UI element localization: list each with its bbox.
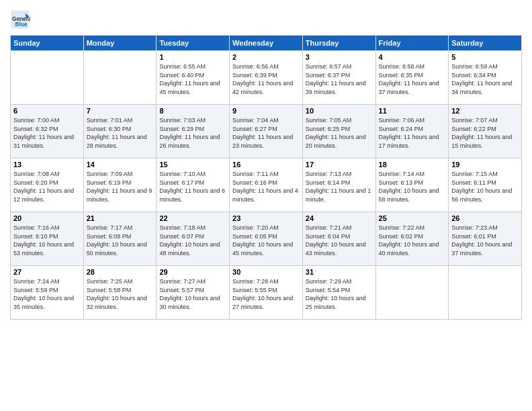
- week-row-5: 27Sunrise: 7:24 AM Sunset: 5:59 PM Dayli…: [11, 266, 522, 320]
- day-info: Sunrise: 7:05 AM Sunset: 6:25 PM Dayligh…: [306, 116, 373, 150]
- calendar-cell: 18Sunrise: 7:14 AM Sunset: 6:13 PM Dayli…: [375, 158, 449, 212]
- day-info: Sunrise: 7:17 AM Sunset: 6:08 PM Dayligh…: [87, 224, 154, 257]
- day-number: 13: [13, 161, 81, 169]
- calendar-cell: [11, 51, 84, 105]
- day-number: 3: [306, 53, 373, 61]
- calendar-cell: 23Sunrise: 7:20 AM Sunset: 6:05 PM Dayli…: [230, 212, 303, 266]
- day-number: 10: [306, 107, 373, 115]
- week-row-1: 1Sunrise: 6:55 AM Sunset: 6:40 PM Daylig…: [11, 51, 522, 105]
- calendar-cell: 5Sunrise: 6:59 AM Sunset: 6:34 PM Daylig…: [449, 51, 522, 105]
- calendar-cell: 10Sunrise: 7:05 AM Sunset: 6:25 PM Dayli…: [302, 105, 375, 158]
- calendar-cell: 13Sunrise: 7:08 AM Sunset: 6:20 PM Dayli…: [11, 158, 84, 212]
- day-number: 29: [159, 268, 226, 276]
- day-info: Sunrise: 7:23 AM Sunset: 6:01 PM Dayligh…: [451, 224, 519, 257]
- week-row-2: 6Sunrise: 7:00 AM Sunset: 6:32 PM Daylig…: [11, 105, 522, 158]
- day-number: 4: [379, 53, 446, 61]
- day-info: Sunrise: 6:59 AM Sunset: 6:34 PM Dayligh…: [451, 62, 519, 96]
- day-info: Sunrise: 6:55 AM Sunset: 6:40 PM Dayligh…: [159, 62, 226, 96]
- calendar-cell: 4Sunrise: 6:58 AM Sunset: 6:35 PM Daylig…: [375, 51, 449, 105]
- day-number: 5: [451, 53, 519, 61]
- calendar-cell: 15Sunrise: 7:10 AM Sunset: 6:17 PM Dayli…: [157, 158, 230, 212]
- day-number: 11: [379, 107, 446, 115]
- calendar-cell: 27Sunrise: 7:24 AM Sunset: 5:59 PM Dayli…: [11, 266, 84, 320]
- day-number: 23: [232, 214, 300, 222]
- calendar-cell: 30Sunrise: 7:28 AM Sunset: 5:55 PM Dayli…: [230, 266, 303, 320]
- calendar-cell: 7Sunrise: 7:01 AM Sunset: 6:30 PM Daylig…: [83, 105, 157, 158]
- day-info: Sunrise: 7:08 AM Sunset: 6:20 PM Dayligh…: [13, 170, 81, 203]
- day-info: Sunrise: 7:21 AM Sunset: 6:04 PM Dayligh…: [306, 224, 373, 257]
- day-info: Sunrise: 7:11 AM Sunset: 6:16 PM Dayligh…: [232, 170, 300, 203]
- day-info: Sunrise: 7:16 AM Sunset: 6:10 PM Dayligh…: [13, 224, 81, 257]
- day-number: 30: [232, 268, 300, 276]
- calendar-cell: [83, 51, 157, 105]
- day-number: 15: [159, 161, 226, 169]
- calendar-cell: 2Sunrise: 6:56 AM Sunset: 6:39 PM Daylig…: [230, 51, 303, 105]
- day-info: Sunrise: 7:10 AM Sunset: 6:17 PM Dayligh…: [159, 170, 226, 203]
- day-info: Sunrise: 6:58 AM Sunset: 6:35 PM Dayligh…: [379, 62, 446, 96]
- logo: General Blue: [10, 9, 32, 30]
- day-number: 16: [232, 161, 300, 169]
- day-number: 27: [13, 268, 81, 276]
- weekday-header-monday: Monday: [83, 36, 157, 51]
- day-number: 24: [306, 214, 373, 222]
- day-info: Sunrise: 7:24 AM Sunset: 5:59 PM Dayligh…: [13, 277, 81, 311]
- calendar-cell: 14Sunrise: 7:09 AM Sunset: 6:19 PM Dayli…: [83, 158, 157, 212]
- day-info: Sunrise: 7:04 AM Sunset: 6:27 PM Dayligh…: [232, 116, 300, 150]
- day-info: Sunrise: 7:15 AM Sunset: 6:11 PM Dayligh…: [451, 170, 519, 203]
- day-info: Sunrise: 7:25 AM Sunset: 5:58 PM Dayligh…: [87, 277, 154, 311]
- day-number: 26: [451, 214, 519, 222]
- calendar-cell: 1Sunrise: 6:55 AM Sunset: 6:40 PM Daylig…: [157, 51, 230, 105]
- svg-text:Blue: Blue: [15, 21, 28, 28]
- day-info: Sunrise: 7:13 AM Sunset: 6:14 PM Dayligh…: [306, 170, 373, 203]
- calendar-cell: 25Sunrise: 7:22 AM Sunset: 6:02 PM Dayli…: [375, 212, 449, 266]
- day-info: Sunrise: 7:03 AM Sunset: 6:29 PM Dayligh…: [159, 116, 226, 150]
- day-number: 8: [159, 107, 226, 115]
- calendar-cell: 19Sunrise: 7:15 AM Sunset: 6:11 PM Dayli…: [449, 158, 522, 212]
- day-number: 25: [379, 214, 446, 222]
- weekday-header-thursday: Thursday: [302, 36, 375, 51]
- day-number: 1: [159, 53, 226, 61]
- day-number: 22: [159, 214, 226, 222]
- day-number: 19: [451, 161, 519, 169]
- calendar-cell: 29Sunrise: 7:27 AM Sunset: 5:57 PM Dayli…: [157, 266, 230, 320]
- day-info: Sunrise: 7:27 AM Sunset: 5:57 PM Dayligh…: [159, 277, 226, 311]
- calendar-cell: 16Sunrise: 7:11 AM Sunset: 6:16 PM Dayli…: [230, 158, 303, 212]
- day-number: 7: [87, 107, 154, 115]
- weekday-header-saturday: Saturday: [449, 36, 522, 51]
- header: General Blue: [10, 7, 522, 30]
- day-number: 17: [306, 161, 373, 169]
- calendar-cell: [449, 266, 522, 320]
- day-number: 12: [451, 107, 519, 115]
- day-info: Sunrise: 7:14 AM Sunset: 6:13 PM Dayligh…: [379, 170, 446, 203]
- day-info: Sunrise: 7:09 AM Sunset: 6:19 PM Dayligh…: [87, 170, 154, 203]
- day-info: Sunrise: 7:22 AM Sunset: 6:02 PM Dayligh…: [379, 224, 446, 257]
- calendar-cell: 6Sunrise: 7:00 AM Sunset: 6:32 PM Daylig…: [11, 105, 84, 158]
- weekday-header-sunday: Sunday: [11, 36, 84, 51]
- calendar-cell: 28Sunrise: 7:25 AM Sunset: 5:58 PM Dayli…: [83, 266, 157, 320]
- calendar-cell: 26Sunrise: 7:23 AM Sunset: 6:01 PM Dayli…: [449, 212, 522, 266]
- day-info: Sunrise: 6:57 AM Sunset: 6:37 PM Dayligh…: [306, 62, 373, 96]
- week-row-4: 20Sunrise: 7:16 AM Sunset: 6:10 PM Dayli…: [11, 212, 522, 266]
- weekday-header-row: SundayMondayTuesdayWednesdayThursdayFrid…: [11, 36, 522, 51]
- day-number: 14: [87, 161, 154, 169]
- calendar-cell: 3Sunrise: 6:57 AM Sunset: 6:37 PM Daylig…: [302, 51, 375, 105]
- day-info: Sunrise: 7:18 AM Sunset: 6:07 PM Dayligh…: [159, 224, 226, 257]
- logo-icon: General Blue: [10, 9, 30, 30]
- day-info: Sunrise: 7:29 AM Sunset: 5:54 PM Dayligh…: [306, 277, 373, 311]
- weekday-header-tuesday: Tuesday: [157, 36, 230, 51]
- day-number: 21: [87, 214, 154, 222]
- day-number: 20: [13, 214, 81, 222]
- calendar-cell: 12Sunrise: 7:07 AM Sunset: 6:22 PM Dayli…: [449, 105, 522, 158]
- day-number: 18: [379, 161, 446, 169]
- weekday-header-friday: Friday: [375, 36, 449, 51]
- day-info: Sunrise: 7:07 AM Sunset: 6:22 PM Dayligh…: [451, 116, 519, 150]
- calendar-cell: 22Sunrise: 7:18 AM Sunset: 6:07 PM Dayli…: [157, 212, 230, 266]
- day-info: Sunrise: 7:28 AM Sunset: 5:55 PM Dayligh…: [232, 277, 300, 311]
- day-info: Sunrise: 7:01 AM Sunset: 6:30 PM Dayligh…: [87, 116, 154, 150]
- week-row-3: 13Sunrise: 7:08 AM Sunset: 6:20 PM Dayli…: [11, 158, 522, 212]
- day-info: Sunrise: 7:06 AM Sunset: 6:24 PM Dayligh…: [379, 116, 446, 150]
- calendar-cell: [375, 266, 449, 320]
- day-number: 2: [232, 53, 300, 61]
- main-container: General Blue SundayMondayTuesdayWednesda…: [0, 0, 532, 326]
- calendar-cell: 21Sunrise: 7:17 AM Sunset: 6:08 PM Dayli…: [83, 212, 157, 266]
